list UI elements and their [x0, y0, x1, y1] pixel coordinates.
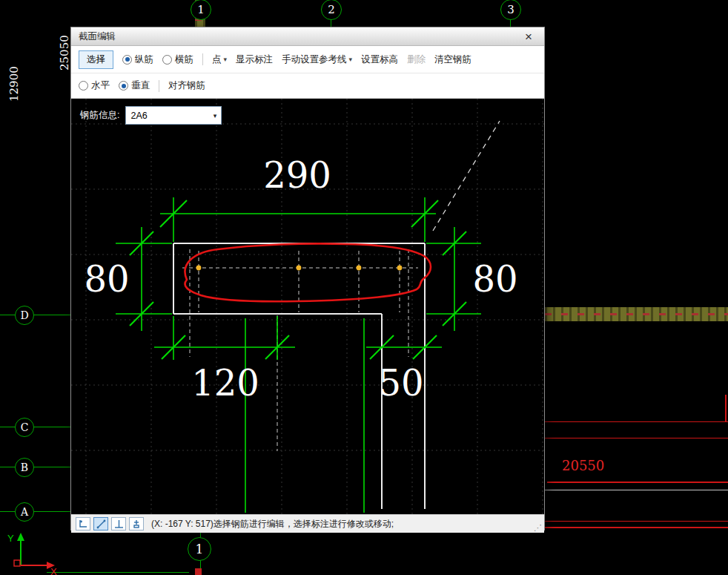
dashed-reference-lines: [182, 249, 418, 451]
grid-axis-B-line: [0, 467, 70, 467]
radio-vertical[interactable]: 垂直: [119, 79, 150, 92]
resize-grip[interactable]: ⋰: [534, 523, 542, 533]
caret-down-icon: ▾: [208, 112, 221, 119]
caret-down-icon: ▾: [224, 56, 228, 63]
diagonal-reference-line: [433, 121, 500, 231]
radio-horizontal[interactable]: 水平: [79, 79, 110, 92]
green-line-bottom: [47, 572, 189, 573]
snap-perpendicular-icon[interactable]: [111, 517, 126, 530]
freehand-selection-mark: [185, 243, 431, 301]
section-edit-dialog: 截面编辑 × 选择 纵筋 横筋 点 ▾ 显示标注 手动设置参考线 ▾: [70, 27, 545, 530]
grid-bubble-D: D: [15, 306, 34, 325]
dim-left-label[interactable]: 80: [84, 258, 129, 300]
align-rebar-button[interactable]: 对齐钢筋: [168, 79, 205, 92]
show-annotation-button[interactable]: 显示标注: [236, 53, 273, 66]
ucs-origin-marker: [14, 560, 20, 566]
dim-bottom-right-label[interactable]: 50: [378, 362, 423, 404]
dim-right-label[interactable]: 80: [472, 258, 517, 300]
ucs-x-label: X: [50, 566, 57, 575]
dim-label-20550: 20550: [562, 458, 604, 473]
section-canvas[interactable]: 钢筋信息: 2A6 ▾: [71, 99, 544, 514]
point-label: 点: [212, 53, 222, 66]
radio-transverse-label: 横筋: [175, 53, 193, 66]
gray-line: [545, 490, 728, 490]
radio-longitudinal-rebar[interactable]: 纵筋: [122, 53, 153, 66]
ucs-x-axis: X: [21, 562, 57, 575]
grid-bubble-1-bottom: 1: [188, 537, 211, 561]
radio-transverse-rebar[interactable]: 横筋: [162, 53, 193, 66]
close-icon[interactable]: ×: [520, 30, 537, 43]
rebar-info-value: 2A6: [126, 111, 208, 121]
radio-longitudinal-label: 纵筋: [135, 53, 153, 66]
red-line: [545, 421, 728, 422]
radio-unchecked-icon: [162, 55, 172, 65]
dim-label-12900: 12900: [7, 66, 21, 102]
wall-hatch: [545, 313, 728, 315]
grid-bubble-C: C: [15, 418, 34, 437]
ucs-y-label: Y: [7, 533, 14, 544]
toolbar-separator: [202, 53, 203, 65]
red-line: [545, 438, 728, 438]
grid-axis-C-line: [0, 427, 70, 427]
snap-corner-icon[interactable]: [76, 517, 90, 530]
rebar-info-row: 钢筋信息: 2A6 ▾: [80, 106, 222, 125]
toolbar-separator: [159, 80, 159, 92]
section-drawing: 290 80 80 120 50: [71, 99, 544, 514]
radio-unchecked-icon: [79, 81, 88, 91]
grid-bubble-2: 2: [321, 0, 342, 20]
clear-rebar-button[interactable]: 清空钢筋: [434, 53, 471, 66]
dialog-titlebar[interactable]: 截面编辑 ×: [71, 27, 544, 46]
snap-line-icon[interactable]: [93, 517, 108, 530]
red-line: [547, 482, 728, 483]
radio-checked-icon: [119, 81, 128, 91]
wall-segment-right: [545, 307, 728, 321]
set-elevation-button[interactable]: 设置标高: [361, 53, 398, 66]
manual-reference-label: 手动设置参考线: [282, 53, 347, 66]
toolbar-row-2: 水平 垂直 对齐钢筋: [71, 73, 544, 99]
red-line: [725, 395, 727, 422]
dialog-title: 截面编辑: [79, 30, 116, 43]
grid-bubble-1: 1: [191, 0, 211, 20]
grid-axis-D-line: [0, 315, 70, 315]
caret-down-icon: ▾: [349, 56, 353, 63]
grid-axis-A-line: [0, 511, 70, 512]
rebar-info-label: 钢筋信息:: [80, 109, 119, 122]
grid-bubble-B: B: [15, 458, 34, 477]
dim-label-25050: 25050: [58, 35, 71, 70]
red-line: [545, 527, 728, 528]
point-dropdown[interactable]: 点 ▾: [212, 53, 227, 66]
ucs-axis-icon: Y X: [4, 531, 64, 575]
dim-top-label[interactable]: 290: [263, 154, 331, 196]
status-message: (X: -167 Y: 517)选择钢筋进行编辑，选择标注进行修改或移动;: [151, 518, 394, 530]
grid-bubble-3: 3: [500, 0, 521, 20]
dim-bottom-left-label[interactable]: 120: [191, 362, 259, 404]
radio-checked-icon: [122, 55, 132, 65]
toolbar-row-1: 选择 纵筋 横筋 点 ▾ 显示标注 手动设置参考线 ▾ 设置标高 删除 清空钢筋: [71, 46, 544, 73]
manual-reference-dropdown[interactable]: 手动设置参考线 ▾: [282, 53, 352, 66]
radio-vertical-label: 垂直: [131, 79, 150, 92]
delete-button[interactable]: 删除: [407, 53, 426, 66]
red-node-marker: [195, 568, 202, 575]
rebar-info-select[interactable]: 2A6 ▾: [125, 106, 222, 125]
grid-bubble-A: A: [15, 502, 34, 522]
select-button[interactable]: 选择: [79, 50, 113, 69]
cad-workspace: 1 2 3 25050 12900 D C B A 20550 1: [0, 0, 728, 575]
snap-point-icon[interactable]: [129, 517, 144, 530]
radio-horizontal-label: 水平: [91, 79, 110, 92]
dialog-statusbar: (X: -167 Y: 517)选择钢筋进行编辑，选择标注进行修改或移动; ⋰: [71, 514, 544, 533]
red-line: [545, 521, 728, 522]
